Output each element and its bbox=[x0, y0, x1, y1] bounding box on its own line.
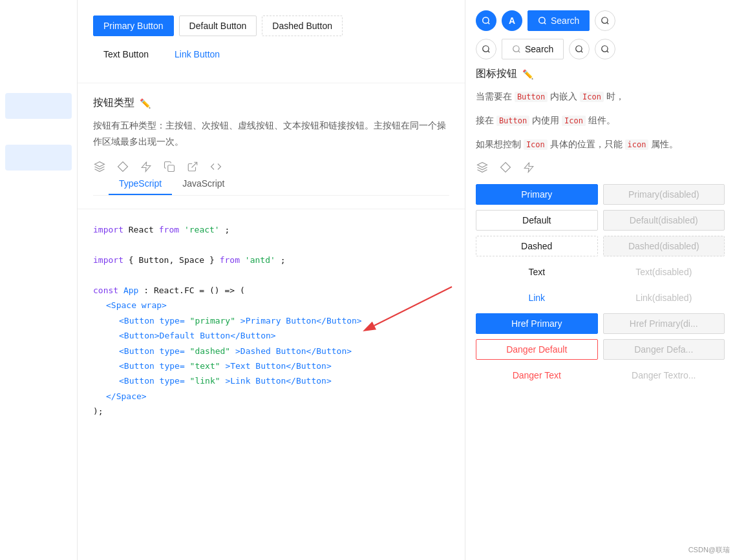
desc-text-3: 时， bbox=[606, 91, 624, 101]
code-btn5-rest: >Link Button</Button> bbox=[225, 376, 331, 386]
main-content: Primary Button Default Button Dashed But… bbox=[78, 0, 735, 560]
svg-marker-18 bbox=[501, 162, 511, 172]
code-btn4-tag: <Button type= bbox=[119, 361, 185, 371]
search-circle-btn-blue[interactable] bbox=[476, 10, 496, 31]
code-line-2 bbox=[93, 238, 449, 253]
type-dashed-disabled-btn[interactable]: Dashed(disabled) bbox=[603, 236, 725, 256]
icon-btn-desc-2: 接在 Button 内使用 Icon 组件。 bbox=[476, 112, 725, 129]
cube-icon[interactable] bbox=[93, 160, 106, 173]
a-circle-btn[interactable]: A bbox=[502, 10, 522, 31]
type-link-label: Link bbox=[528, 293, 545, 303]
type-href-primary-btn[interactable]: Href Primary bbox=[476, 313, 598, 334]
type-link-disabled-label: Link(disabled) bbox=[635, 293, 692, 303]
text-button[interactable]: Text Button bbox=[93, 44, 159, 65]
type-default-disabled-btn[interactable]: Default(disabled) bbox=[603, 210, 725, 231]
search-circle-border-4[interactable] bbox=[595, 39, 615, 59]
tab-javascript[interactable]: JavaScript bbox=[172, 173, 235, 195]
svg-point-6 bbox=[539, 17, 545, 23]
link-button[interactable]: Link Button bbox=[164, 44, 230, 65]
svg-marker-0 bbox=[118, 162, 128, 172]
type-default-btn[interactable]: Default bbox=[476, 210, 598, 231]
type-danger-default-label: Danger Default bbox=[506, 344, 567, 355]
type-href-primary-disabled-btn[interactable]: Href Primary(di... bbox=[603, 313, 725, 334]
code-btn3-tag: <Button type= bbox=[119, 346, 185, 356]
svg-line-9 bbox=[607, 23, 609, 25]
code-line-7: <Button type= "primary" >Primary Button<… bbox=[93, 313, 449, 328]
copy-icon[interactable] bbox=[163, 160, 176, 173]
dashed-button-label: Dashed Button bbox=[272, 21, 332, 31]
right-icon-row bbox=[476, 161, 725, 174]
code-line-13: ); bbox=[93, 404, 449, 419]
lightning-icon[interactable] bbox=[140, 160, 153, 173]
type-text-btn[interactable]: Text bbox=[476, 262, 598, 282]
right-diamond-icon[interactable] bbox=[499, 161, 512, 174]
code-import-2: import bbox=[93, 255, 123, 265]
search-circle-border-2[interactable] bbox=[476, 39, 496, 59]
type-danger-text-btn[interactable]: Danger Text bbox=[476, 365, 598, 386]
btn-inline-code-2: Button bbox=[496, 116, 529, 126]
svg-point-4 bbox=[483, 17, 489, 23]
code-btn4-type: "text" bbox=[190, 361, 220, 371]
text-button-label: Text Button bbox=[103, 49, 149, 59]
svg-line-13 bbox=[518, 51, 520, 53]
code-app-rest: : React.FC = () => ( bbox=[144, 285, 245, 295]
right-cube-icon[interactable] bbox=[476, 161, 489, 174]
icon-btn-desc: 当需要在 Button 内嵌入 Icon 时， bbox=[476, 88, 725, 105]
code-line-3: import { Button, Space } from 'antd' ; bbox=[93, 253, 449, 267]
code-from-2: from bbox=[220, 255, 240, 265]
search-btn-label: Search bbox=[551, 16, 579, 26]
external-link-icon[interactable] bbox=[186, 160, 199, 173]
right-lightning-icon[interactable] bbox=[522, 161, 535, 174]
svg-point-8 bbox=[602, 17, 608, 23]
type-primary-disabled-btn[interactable]: Primary(disabled) bbox=[603, 184, 725, 205]
tab-typescript[interactable]: TypeScript bbox=[109, 173, 172, 195]
svg-line-5 bbox=[488, 23, 490, 25]
code-btn3-type: "dashed" bbox=[190, 346, 231, 356]
code-btn1-type: "primary" bbox=[190, 316, 235, 326]
default-button[interactable]: Default Button bbox=[179, 16, 257, 36]
code-from-1: from bbox=[159, 225, 179, 234]
desc-text-5: 内使用 bbox=[532, 115, 559, 125]
icon-inline-code-3: Icon bbox=[524, 140, 548, 150]
desc-text-9: 属性。 bbox=[651, 139, 678, 149]
svg-point-16 bbox=[602, 46, 608, 52]
primary-button[interactable]: Primary Button bbox=[93, 16, 174, 36]
search-circle-border-3[interactable] bbox=[569, 39, 590, 59]
code-import-1: import bbox=[93, 225, 123, 234]
code-btn3-rest: >Dashed Button</Button> bbox=[235, 346, 352, 356]
type-danger-default-btn[interactable]: Danger Default bbox=[476, 339, 598, 360]
section-title: 按钮类型 ✏️ bbox=[93, 96, 449, 110]
desc-text-2: 内嵌入 bbox=[550, 91, 577, 101]
search-input-btn[interactable]: Search bbox=[502, 39, 564, 59]
link-button-label: Link Button bbox=[175, 49, 220, 59]
icon-btn-edit-icon[interactable]: ✏️ bbox=[522, 69, 533, 79]
code-const: const bbox=[93, 285, 118, 295]
svg-rect-1 bbox=[168, 165, 175, 172]
code-line-9: <Button type= "dashed" >Dashed Button</B… bbox=[93, 344, 449, 358]
code-react: React bbox=[129, 225, 159, 234]
type-danger-default-disabled-btn[interactable]: Danger Defa... bbox=[603, 339, 725, 360]
code-space-close: </Space> bbox=[106, 391, 147, 401]
edit-icon[interactable]: ✏️ bbox=[140, 98, 151, 109]
type-danger-default-disabled-label: Danger Defa... bbox=[634, 344, 693, 355]
code-block: import React from 'react' ; import { But… bbox=[78, 209, 465, 431]
search-circle-btn-border[interactable] bbox=[595, 10, 615, 31]
dashed-button[interactable]: Dashed Button bbox=[262, 16, 343, 36]
type-primary-disabled-label: Primary(disabled) bbox=[628, 189, 699, 200]
diamond-icon[interactable] bbox=[116, 160, 129, 173]
type-text-disabled-btn[interactable]: Text(disabled) bbox=[603, 262, 725, 282]
code-icon[interactable] bbox=[209, 160, 222, 173]
type-danger-text-disabled-btn[interactable]: Danger Textro... bbox=[603, 365, 725, 386]
icon-row bbox=[93, 160, 449, 173]
code-close: ); bbox=[93, 406, 103, 416]
type-link-disabled-btn[interactable]: Link(disabled) bbox=[603, 287, 725, 308]
type-primary-btn[interactable]: Primary bbox=[476, 184, 598, 205]
type-default-disabled-label: Default(disabled) bbox=[630, 215, 698, 225]
sidebar-item-1 bbox=[5, 93, 72, 119]
search-text-btn-blue[interactable]: Search bbox=[527, 10, 590, 31]
desc-text-7: 如果想控制 bbox=[476, 139, 521, 149]
code-line-10: <Button type= "text" >Text Button</Butto… bbox=[93, 358, 449, 373]
type-dashed-btn[interactable]: Dashed bbox=[476, 236, 598, 256]
code-btn1-tag: <Button type= bbox=[119, 316, 185, 326]
type-link-btn[interactable]: Link bbox=[476, 287, 598, 308]
